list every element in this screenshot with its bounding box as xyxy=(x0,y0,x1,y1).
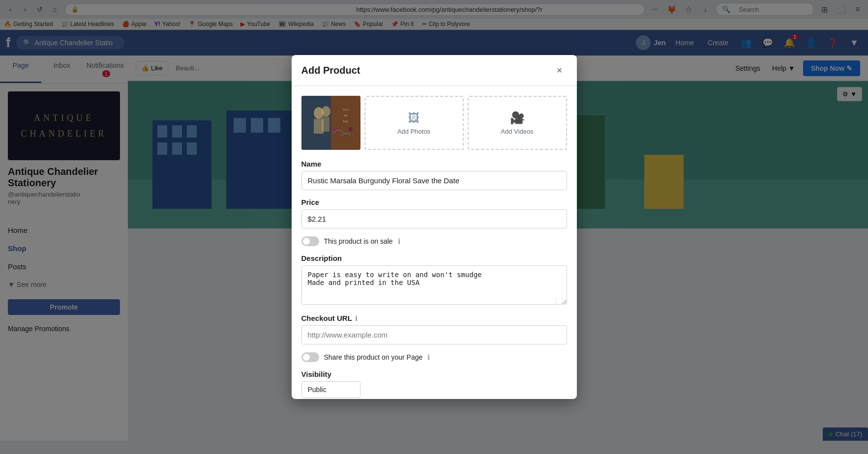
name-label: Name xyxy=(301,160,567,168)
description-field-group: Description Paper is easy to write on an… xyxy=(301,254,567,306)
price-field-group: Price xyxy=(301,198,567,228)
add-videos-icon: 🎥 xyxy=(510,111,525,125)
description-label: Description xyxy=(301,254,567,262)
name-field-group: Name xyxy=(301,160,567,190)
svg-point-20 xyxy=(322,106,330,117)
checkout-label-row: Checkout URL ℹ xyxy=(301,314,567,322)
sale-info-icon[interactable]: ℹ xyxy=(398,237,400,245)
sale-toggle-label: This product is on sale xyxy=(324,237,393,245)
share-toggle-label: Share this product on your Page xyxy=(324,353,423,361)
share-toggle-slider xyxy=(301,352,319,362)
modal-body: Save the Date 🖼 Add Photos xyxy=(292,86,577,399)
product-image-preview: Save the Date xyxy=(301,96,360,150)
svg-text:Save: Save xyxy=(343,108,349,111)
checkout-url-field-group: Checkout URL ℹ xyxy=(301,314,567,344)
add-photos-button[interactable]: 🖼 Add Photos xyxy=(364,96,464,150)
price-input[interactable] xyxy=(301,209,567,228)
sale-toggle-row: This product is on sale ℹ xyxy=(301,236,567,246)
visibility-label: Visibility xyxy=(301,370,567,378)
add-photos-label: Add Photos xyxy=(397,128,430,135)
checkout-url-label: Checkout URL xyxy=(301,314,352,322)
share-info-icon[interactable]: ℹ xyxy=(427,353,430,361)
modal-close-button[interactable]: × xyxy=(552,63,567,78)
add-product-modal: Add Product × Save the xyxy=(292,55,577,399)
svg-point-28 xyxy=(349,127,353,131)
svg-text:the: the xyxy=(344,114,348,117)
modal-overlay[interactable]: Add Product × Save the xyxy=(0,0,868,441)
visibility-field-group: Visibility Public Friends Only me xyxy=(301,370,567,398)
svg-text:Date: Date xyxy=(343,120,349,123)
share-toggle[interactable] xyxy=(301,352,319,362)
svg-rect-18 xyxy=(331,96,360,150)
description-textarea-wrapper: Paper is easy to write on and won't smud… xyxy=(301,265,567,306)
visibility-select[interactable]: Public Friends Only me xyxy=(301,381,360,398)
sale-toggle[interactable] xyxy=(301,236,319,246)
checkout-url-input[interactable] xyxy=(301,325,567,344)
modal-title: Add Product xyxy=(301,65,360,76)
svg-rect-22 xyxy=(322,117,329,132)
checkout-info-icon[interactable]: ℹ xyxy=(355,314,358,322)
name-input[interactable] xyxy=(301,171,567,190)
image-upload-area: Save the Date 🖼 Add Photos xyxy=(301,96,567,150)
add-videos-label: Add Videos xyxy=(501,128,533,135)
sale-toggle-slider xyxy=(301,236,319,246)
price-label: Price xyxy=(301,198,567,206)
add-photos-icon: 🖼 xyxy=(408,111,420,125)
modal-header: Add Product × xyxy=(292,55,577,86)
add-videos-button[interactable]: 🎥 Add Videos xyxy=(468,96,567,150)
share-toggle-row: Share this product on your Page ℹ xyxy=(301,352,567,362)
description-textarea[interactable]: Paper is easy to write on and won't smud… xyxy=(301,265,567,305)
